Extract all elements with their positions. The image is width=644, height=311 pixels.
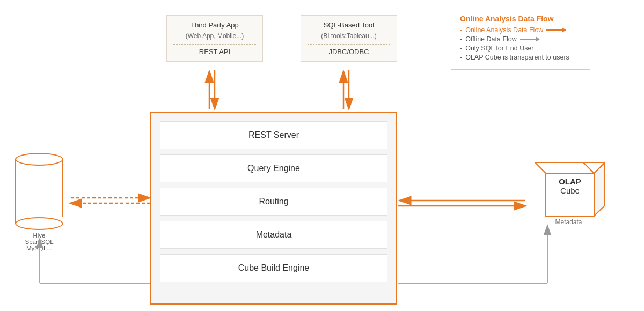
- metadata-label: Metadata: [256, 230, 292, 240]
- third-party-title: Third Party App: [173, 21, 256, 29]
- query-engine-label: Query Engine: [247, 164, 300, 173]
- rest-server-label: REST Server: [248, 130, 299, 140]
- main-engine-box: REST Server Query Engine Routing Metadat…: [150, 112, 397, 305]
- legend-online-label: Online Analysis Data Flow: [465, 26, 543, 34]
- olap-line1: OLAP: [546, 177, 594, 186]
- query-engine-row: Query Engine: [160, 154, 387, 182]
- db-mysql: MySQL...: [26, 245, 52, 251]
- sql-tool-box: SQL-Based Tool (BI tools:Tableau...) JDB…: [301, 15, 397, 62]
- olap-cube-label: OLAP Cube: [546, 177, 594, 195]
- sql-tool-subtitle: (BI tools:Tableau...): [308, 32, 390, 40]
- db-ellipse-bottom: [15, 217, 63, 230]
- db-ellipse-top: [15, 153, 63, 166]
- db-body: [15, 159, 63, 224]
- third-party-api: REST API: [173, 48, 256, 56]
- diagram-container: Online Analysis Data Flow - Online Analy…: [0, 0, 644, 311]
- legend-offline-flow: - Offline Data Flow: [460, 35, 581, 43]
- routing-label: Routing: [259, 197, 288, 206]
- legend-dash2: -: [460, 35, 462, 43]
- third-party-subtitle: (Web App, Mobile...): [173, 32, 256, 40]
- olap-cube-container: OLAP Cube Metadata: [530, 144, 608, 226]
- legend-olap-item: - OLAP Cube is transparent to users: [460, 54, 581, 61]
- routing-row: Routing: [160, 188, 387, 216]
- metadata-row: Metadata: [160, 221, 387, 249]
- legend-olap-label: OLAP Cube is transparent to users: [465, 54, 569, 61]
- sql-tool-api: JDBC/ODBC: [308, 48, 390, 56]
- legend-box: Online Analysis Data Flow - Online Analy…: [451, 8, 590, 70]
- legend-dash3: -: [460, 45, 462, 52]
- third-party-divider: [173, 44, 256, 45]
- gray-arrow-icon: [520, 39, 539, 40]
- db-label-line1: Hive SparkSQL MySQL...: [15, 232, 63, 251]
- orange-arrow-icon: [546, 29, 566, 31]
- rest-server-row: REST Server: [160, 121, 387, 149]
- db-sparksql: SparkSQL: [25, 239, 53, 245]
- legend-dash4: -: [460, 54, 462, 61]
- third-party-box: Third Party App (Web App, Mobile...) RES…: [166, 15, 263, 62]
- legend-sql-item: - Only SQL for End User: [460, 45, 581, 52]
- legend-offline-label: Offline Data Flow: [465, 35, 517, 43]
- database-cylinder: Hive SparkSQL MySQL...: [15, 153, 63, 251]
- sql-tool-divider: [308, 44, 390, 45]
- cube-build-engine-row: Cube Build Engine: [160, 254, 387, 282]
- legend-title: Online Analysis Data Flow: [460, 14, 581, 23]
- sql-tool-title: SQL-Based Tool: [308, 21, 390, 29]
- olap-line2: Cube: [546, 186, 594, 195]
- db-hive: Hive: [33, 232, 45, 239]
- legend-dash: -: [460, 26, 462, 34]
- cube-build-label: Cube Build Engine: [238, 263, 310, 273]
- legend-sql-label: Only SQL for End User: [465, 45, 533, 52]
- legend-online-flow: - Online Analysis Data Flow: [460, 26, 581, 34]
